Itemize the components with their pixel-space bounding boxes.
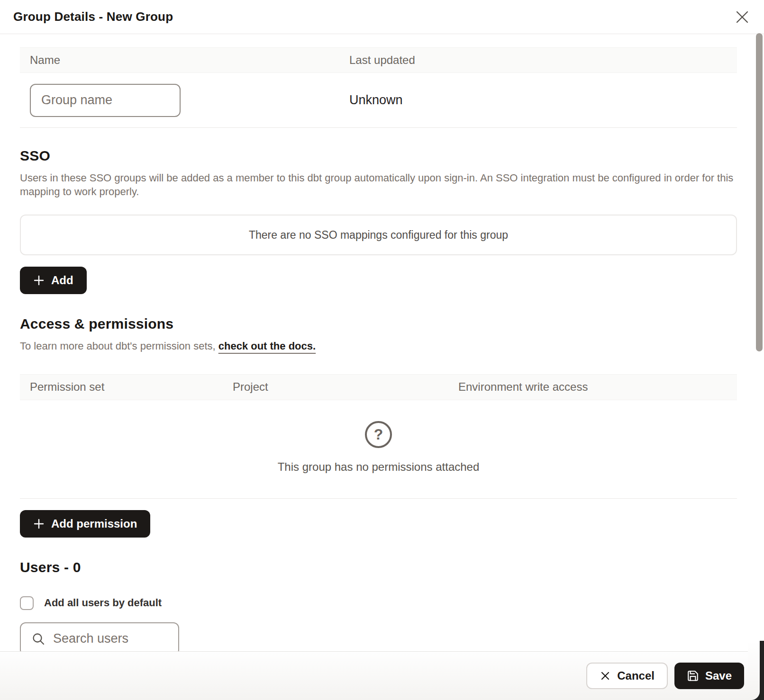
plus-icon [33, 275, 45, 286]
add-all-users-label: Add all users by default [44, 597, 162, 609]
permissions-table: Permission set Project Environment write… [20, 374, 737, 499]
permissions-heading: Access & permissions [20, 316, 737, 332]
sso-add-button-label: Add [51, 274, 73, 287]
permissions-empty-state: ? This group has no permissions attached [20, 400, 737, 499]
modal-header: Group Details - New Group [0, 0, 764, 34]
column-header-last-updated: Last updated [339, 54, 737, 67]
cancel-button[interactable]: Cancel [586, 663, 668, 689]
permissions-docs-line: To learn more about dbt's permission set… [20, 340, 737, 353]
sso-description: Users in these SSO groups will be added … [20, 171, 737, 198]
permissions-table-header: Permission set Project Environment write… [20, 374, 737, 400]
cancel-button-label: Cancel [617, 669, 655, 682]
group-details-modal: Group Details - New Group Name Last upda… [0, 0, 764, 700]
scrollbar-thumb[interactable] [756, 33, 763, 351]
search-users-input[interactable] [53, 631, 168, 646]
name-table-header: Name Last updated [20, 47, 737, 73]
sso-add-button[interactable]: Add [20, 267, 87, 294]
question-circle-icon: ? [365, 421, 392, 448]
floppy-disk-icon [687, 670, 699, 682]
close-icon [734, 9, 750, 25]
docs-prefix: To learn more about dbt's permission set… [20, 340, 218, 352]
sso-empty-message: There are no SSO mappings configured for… [249, 229, 508, 242]
users-heading: Users - 0 [20, 559, 737, 575]
add-permission-button[interactable]: Add permission [20, 510, 150, 538]
cancel-x-icon [600, 670, 611, 682]
add-all-users-row: Add all users by default [20, 596, 737, 610]
name-table: Name Last updated Unknown [20, 47, 737, 128]
last-updated-value: Unknown [339, 93, 737, 108]
group-name-input[interactable] [30, 84, 181, 117]
save-button[interactable]: Save [674, 663, 744, 689]
sso-empty-state: There are no SSO mappings configured for… [20, 215, 737, 255]
search-icon [31, 632, 45, 646]
add-permission-button-label: Add permission [51, 517, 137, 530]
column-header-project: Project [223, 380, 448, 394]
close-button[interactable] [731, 6, 754, 28]
add-all-users-checkbox[interactable] [20, 596, 34, 610]
modal-footer: Cancel Save [0, 651, 764, 700]
modal-body: Name Last updated Unknown SSO Users in t… [0, 34, 764, 651]
user-search-box [20, 622, 179, 651]
name-table-row: Unknown [20, 73, 737, 128]
sso-heading: SSO [20, 148, 737, 164]
permissions-empty-message: This group has no permissions attached [278, 460, 480, 474]
plus-icon [33, 518, 45, 529]
modal-title: Group Details - New Group [13, 9, 173, 24]
window-corner-backdrop [748, 641, 764, 700]
docs-link[interactable]: check out the docs. [218, 340, 316, 352]
column-header-permission-set: Permission set [20, 380, 223, 394]
column-header-environment-write-access: Environment write access [448, 380, 737, 394]
save-button-label: Save [705, 669, 732, 682]
column-header-name: Name [20, 54, 339, 67]
